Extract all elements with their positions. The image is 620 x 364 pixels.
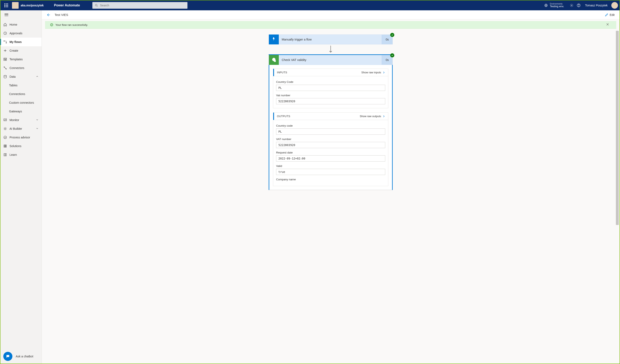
back-button[interactable] — [47, 13, 51, 17]
process-icon — [3, 136, 7, 139]
banner-close-button[interactable] — [606, 23, 611, 27]
help-button[interactable] — [575, 2, 582, 9]
svg-rect-9 — [4, 58, 7, 59]
page-title: Test VIES — [55, 13, 68, 16]
nav-toggle[interactable] — [0, 10, 42, 19]
app-launcher[interactable] — [2, 1, 10, 10]
sidebar: Home Approvals My flows Create Templates… — [0, 10, 42, 364]
waffle-icon — [4, 3, 8, 7]
sidebar-item-my-flows[interactable]: My flows — [0, 38, 42, 46]
banner-text: Your flow ran successfully. — [55, 23, 88, 27]
success-icon — [50, 23, 53, 27]
user-avatar[interactable] — [611, 2, 618, 9]
main-content: Test VIES Edit Your flow ran successfull… — [42, 10, 620, 364]
show-raw-outputs-button[interactable]: Show raw outputs — [360, 115, 385, 118]
page-header: Test VIES Edit — [42, 10, 620, 19]
svg-point-7 — [4, 41, 4, 42]
sidebar-item-approvals[interactable]: Approvals — [0, 29, 42, 38]
svg-point-22 — [50, 24, 53, 26]
sidebar-item-gateways[interactable]: Gateways — [0, 107, 42, 116]
field-value: 2022-09-12+02:00 — [276, 155, 385, 162]
field-value: true — [276, 169, 385, 175]
chatbot-button[interactable] — [3, 352, 12, 361]
sidebar-item-custom-connectors[interactable]: Custom connectors — [0, 98, 42, 107]
action-icon — [269, 55, 279, 65]
sidebar-item-templates[interactable]: Templates — [0, 55, 42, 64]
action-step[interactable]: Check VAT validity 0s INPUTS Show raw in… — [269, 54, 393, 190]
sidebar-item-label: Custom connectors — [9, 101, 34, 104]
search-icon — [95, 4, 98, 7]
sidebar-item-data[interactable]: Data — [0, 72, 42, 81]
svg-rect-11 — [6, 59, 7, 61]
sidebar-item-label: Approvals — [10, 32, 22, 35]
inputs-section: INPUTS Show raw inputs Country Code PL V… — [273, 69, 388, 108]
environment-name: Testing env. — [550, 5, 564, 8]
svg-point-16 — [4, 128, 6, 129]
chevron-right-icon — [382, 115, 385, 118]
sidebar-item-create[interactable]: Create — [0, 46, 42, 55]
sidebar-item-connectors[interactable]: Connectors — [0, 64, 42, 72]
trigger-step[interactable]: Manually trigger a flow 0s — [269, 34, 393, 45]
field-value: 5222803920 — [276, 142, 385, 148]
sidebar-item-ai-builder[interactable]: AI Builder — [0, 124, 42, 133]
environment-picker[interactable]: Environments Testing env. — [544, 3, 564, 8]
svg-point-14 — [4, 75, 6, 76]
app-brand: Power Automate — [54, 3, 80, 7]
pencil-icon — [605, 13, 608, 17]
svg-point-12 — [4, 67, 5, 68]
templates-icon — [3, 58, 7, 61]
field-label: Country code — [276, 124, 385, 127]
short-link[interactable]: aka.ms/poszytek — [21, 4, 44, 7]
flows-icon — [3, 40, 7, 44]
ai-icon — [3, 127, 7, 131]
sidebar-item-label: Process advisor — [10, 136, 30, 139]
field-label: Valid — [276, 165, 385, 167]
sidebar-item-connections[interactable]: Connections — [0, 90, 42, 98]
sidebar-item-solutions[interactable]: Solutions — [0, 142, 42, 150]
field-label: Country Code — [276, 80, 385, 83]
sidebar-item-tables[interactable]: Tables — [0, 81, 42, 90]
svg-rect-21 — [5, 146, 6, 147]
hamburger-icon — [4, 14, 8, 16]
scrollbar-thumb[interactable] — [616, 31, 619, 225]
solutions-icon — [3, 144, 7, 148]
chevron-down-icon — [36, 127, 39, 131]
svg-rect-20 — [4, 146, 5, 147]
raw-outputs-text: Show raw outputs — [360, 115, 381, 118]
show-raw-inputs-button[interactable]: Show raw inputs — [361, 71, 385, 74]
sidebar-item-process-advisor[interactable]: Process advisor — [0, 133, 42, 142]
search-input[interactable] — [100, 4, 185, 7]
connectors-icon — [3, 66, 7, 70]
plus-icon — [3, 49, 7, 52]
user-name[interactable]: Tomasz Poszytek — [585, 4, 608, 7]
search-box[interactable] — [92, 2, 187, 9]
sidebar-item-label: My flows — [10, 40, 22, 44]
gear-icon — [570, 3, 574, 7]
sidebar-item-home[interactable]: Home — [0, 20, 42, 29]
connector-arrow-icon — [329, 46, 333, 53]
monitor-icon — [3, 118, 7, 122]
chevron-down-icon — [36, 118, 39, 122]
edit-button[interactable]: Edit — [605, 13, 615, 17]
chatbot-row[interactable]: Ask a chatbot — [0, 349, 42, 364]
chevron-right-icon — [382, 71, 385, 74]
outputs-label: OUTPUTS — [277, 115, 290, 118]
success-banner: Your flow ran successfully. — [45, 21, 616, 29]
arrow-left-icon — [47, 13, 51, 17]
sidebar-item-label: Learn — [10, 153, 17, 156]
trigger-icon — [269, 34, 279, 45]
field-value: PL — [276, 85, 385, 91]
chat-icon — [6, 354, 10, 358]
data-icon — [3, 75, 7, 78]
success-badge — [390, 53, 394, 58]
svg-point-17 — [4, 136, 7, 139]
svg-point-0 — [95, 4, 97, 6]
approvals-icon — [3, 31, 7, 35]
sidebar-item-monitor[interactable]: Monitor — [0, 116, 42, 124]
settings-button[interactable] — [568, 2, 575, 9]
inputs-label: INPUTS — [277, 71, 287, 74]
flow-canvas: Manually trigger a flow 0s Check VAT val… — [42, 29, 620, 364]
home-icon — [3, 23, 7, 27]
outputs-section: OUTPUTS Show raw outputs Country code PL… — [273, 112, 388, 186]
sidebar-item-learn[interactable]: Learn — [0, 150, 42, 159]
